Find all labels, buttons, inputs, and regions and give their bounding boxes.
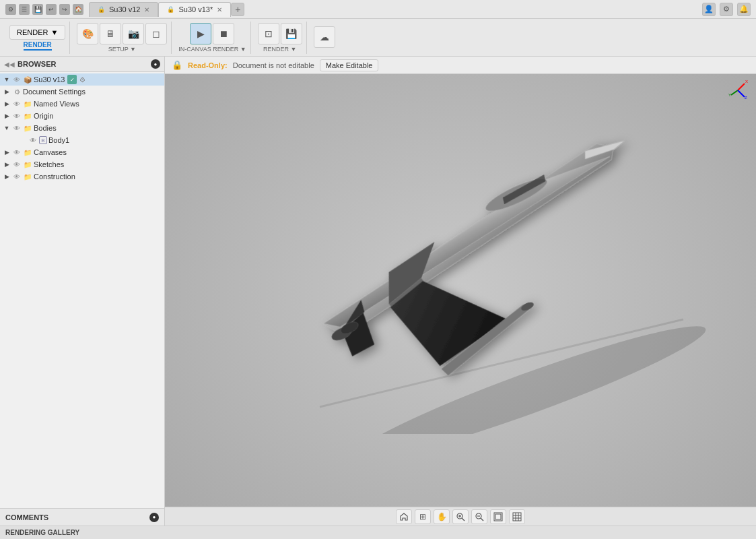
rendering-gallery-label: RENDERING GALLERY	[5, 529, 79, 536]
tree-item-sketches[interactable]: ▶ 👁 📁 Sketches	[0, 158, 164, 170]
home-icon[interactable]: 🏠	[73, 4, 83, 15]
sidebar-title: BROWSER	[18, 60, 148, 68]
render-dropdown-arrow: ▼	[50, 28, 58, 36]
app-logo: ⚙	[5, 4, 16, 15]
in-canvas-label: IN-CANVAS RENDER ▼	[178, 46, 246, 53]
undo-icon[interactable]: ↩	[46, 4, 57, 15]
render-label: RENDER ▼	[263, 46, 296, 53]
environment-button[interactable]: 🖥	[100, 23, 121, 44]
status-bar: RENDERING GALLERY	[0, 526, 756, 539]
sidebar-options-button[interactable]: ●	[151, 59, 160, 69]
tree-icon-construction: 📁	[23, 172, 32, 181]
pan-button[interactable]: ✋	[434, 509, 450, 524]
display-mode-button[interactable]	[490, 509, 506, 524]
tabs-area: 🔒 Su30 v12 ✕ 🔒 Su30 v13* ✕ +	[89, 2, 697, 17]
viewport[interactable]: 🔒 Read-Only: Document is not editable Ma…	[165, 57, 756, 526]
tree-item-canvases[interactable]: ▶ 👁 📁 Canvases	[0, 146, 164, 158]
account-icon[interactable]: 👤	[702, 3, 716, 16]
tree-item-document-settings[interactable]: ▶ ⚙ Document Settings	[0, 86, 164, 98]
svg-line-2	[738, 90, 745, 97]
tree-eye-sketches[interactable]: 👁	[12, 160, 22, 169]
environment-icon: 🖥	[106, 29, 115, 38]
decal-icon: ◻	[152, 29, 160, 38]
tree-eye-views[interactable]: 👁	[12, 99, 22, 108]
comments-label: COMMENTS	[5, 513, 147, 521]
cloud-icon: ☁	[320, 32, 329, 42]
render-save-button[interactable]: 💾	[281, 23, 302, 44]
render-btn-section: RENDER ▼ RENDER	[5, 22, 70, 54]
tab-su30v12[interactable]: 🔒 Su30 v12 ✕	[89, 2, 158, 17]
tree-item-root[interactable]: ▼ 👁 📦 Su30 v13 ✓ ⚙	[0, 73, 164, 86]
grid-button[interactable]	[509, 509, 525, 524]
tab-lock-icon: 🔒	[167, 6, 174, 13]
save-icon[interactable]: 💾	[32, 4, 43, 15]
tree-arrow-origin: ▶	[3, 113, 11, 119]
tree-arrow-construction: ▶	[3, 173, 11, 180]
tree-label-views: Named Views	[34, 100, 79, 108]
tree-arrow-root: ▼	[3, 76, 11, 83]
tree-eye-construction[interactable]: 👁	[12, 172, 22, 181]
tree-label-canvases: Canvases	[34, 148, 67, 156]
tree-eye-canvases[interactable]: 👁	[12, 148, 22, 157]
play-icon: ▶	[197, 29, 205, 38]
tab-su30v13[interactable]: 🔒 Su30 v13* ✕	[158, 2, 231, 17]
tab-label: Su30 v13*	[178, 5, 213, 13]
tree-label-doc: Document Settings	[23, 88, 85, 96]
menu-icon[interactable]: ☰	[19, 4, 30, 15]
fit-all-button[interactable]: ⊞	[415, 509, 431, 524]
tree-eye-root[interactable]: 👁	[12, 75, 22, 84]
tree-item-construction[interactable]: ▶ 👁 📁 Construction	[0, 170, 164, 183]
render-image-button[interactable]: ⊡	[258, 23, 279, 44]
tree-icon-root: 📦	[23, 75, 32, 84]
main-toolbar: RENDER ▼ RENDER 🎨 🖥 📷 ◻ SETUP ▼ ▶	[0, 19, 756, 57]
notification-icon[interactable]: 🔔	[737, 3, 751, 16]
render-buttons: ⊡ 💾	[258, 23, 302, 44]
tree-label-body1: Body1	[48, 136, 69, 144]
svg-rect-25	[513, 513, 521, 521]
tree-icon-origin: 📁	[23, 111, 32, 121]
zoom-in-button[interactable]	[452, 509, 469, 524]
new-tab-button[interactable]: +	[231, 3, 244, 16]
tree-arrow-sketches: ▶	[3, 161, 11, 168]
svg-line-0	[738, 84, 745, 90]
home-view-button[interactable]	[396, 509, 412, 524]
tree-icon-body1: B	[39, 136, 47, 144]
sidebar-collapse-icon[interactable]: ◀◀	[4, 61, 15, 68]
camera-button[interactable]: 📷	[123, 23, 144, 44]
version-badge: ✓	[67, 75, 77, 84]
tree-settings-icon[interactable]: ⚙	[79, 76, 85, 84]
readonly-bar: 🔒 Read-Only: Document is not editable Ma…	[165, 57, 756, 74]
tree-item-body1[interactable]: 👁 B Body1	[0, 134, 164, 146]
viewport-toolbar: ⊞ ✋	[165, 507, 756, 526]
tree-eye-bodies[interactable]: 👁	[12, 123, 22, 133]
tab-close-icon[interactable]: ✕	[144, 6, 149, 13]
tab-close-icon[interactable]: ✕	[217, 6, 222, 13]
tree-item-named-views[interactable]: ▶ 👁 📁 Named Views	[0, 98, 164, 110]
sidebar-header: ◀◀ BROWSER ●	[0, 57, 164, 72]
tree-item-origin[interactable]: ▶ 👁 📁 Origin	[0, 110, 164, 122]
svg-line-17	[481, 518, 483, 521]
render-btn-label: RENDER	[17, 28, 48, 36]
decal-button[interactable]: ◻	[145, 23, 167, 44]
readonly-text: Document is not editable	[233, 61, 314, 69]
svg-line-1	[731, 90, 738, 95]
redo-icon[interactable]: ↪	[59, 4, 70, 15]
render-stop-button[interactable]: ⏹	[213, 23, 234, 44]
make-editable-button[interactable]: Make Editable	[320, 59, 379, 71]
tree-icon-views: 📁	[23, 99, 32, 108]
tree-icon-sketches: 📁	[23, 160, 32, 169]
cloud-render-button[interactable]: ☁	[314, 26, 335, 48]
zoom-out-button[interactable]	[471, 509, 487, 524]
tree-icon-doc: ⚙	[12, 87, 22, 96]
tree-eye-origin[interactable]: 👁	[12, 111, 22, 121]
tree-eye-body1[interactable]: 👁	[28, 135, 38, 145]
render-play-button[interactable]: ▶	[190, 23, 211, 44]
appearance-button[interactable]: 🎨	[77, 23, 98, 44]
settings-icon[interactable]: ⚙	[720, 3, 733, 16]
appearance-icon: 🎨	[82, 29, 94, 38]
render-dropdown-button[interactable]: RENDER ▼	[9, 25, 65, 40]
tree-item-bodies[interactable]: ▼ 👁 📁 Bodies	[0, 122, 164, 134]
tree-icon-canvases: 📁	[23, 148, 32, 157]
comments-options-button[interactable]: ●	[149, 513, 159, 522]
stop-icon: ⏹	[219, 29, 228, 38]
